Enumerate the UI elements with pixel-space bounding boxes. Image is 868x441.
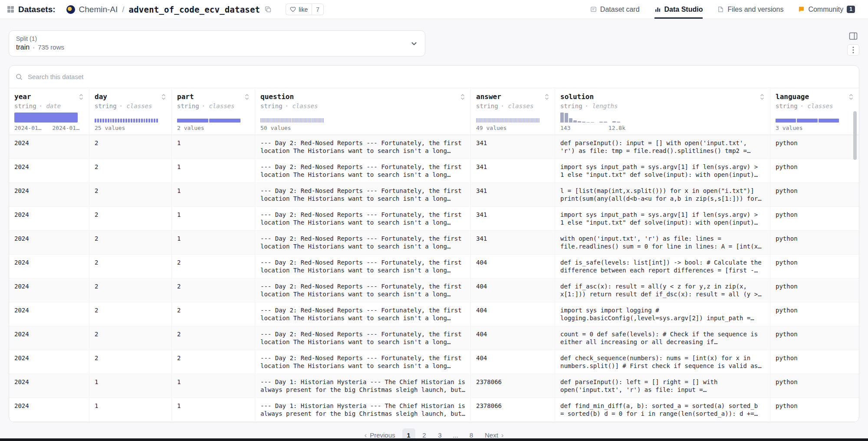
cell-day: 2	[89, 207, 172, 230]
tab-label: Files and versions	[727, 6, 783, 13]
cell-language: python	[770, 326, 859, 350]
column-header-answer[interactable]: answer string · classes 49 values	[471, 88, 555, 135]
chevron-left-icon: ‹	[364, 431, 367, 439]
column-stat: 25 values	[95, 125, 125, 131]
dataset-card-icon	[590, 6, 597, 13]
column-header-year[interactable]: year string · date 2024-01…2024-01…	[9, 88, 89, 135]
cell-part: 2	[172, 279, 255, 302]
sort-icon[interactable]	[848, 94, 854, 100]
topbar: Datasets: Chemin-AI / advent_of_code_ecv…	[0, 0, 868, 19]
column-stats: 2 values	[177, 125, 242, 131]
cell-language: python	[770, 183, 859, 206]
tab-label: Community	[808, 6, 843, 13]
table-row[interactable]: 2024 2 1 --- Day 2: Red-Nosed Reports --…	[9, 183, 859, 207]
like-count[interactable]: 7	[312, 3, 324, 15]
footer-edge	[0, 438, 868, 441]
cell-day: 2	[89, 350, 172, 374]
org-avatar[interactable]	[66, 5, 75, 14]
dataset-name[interactable]: advent_of_code_ecv_dataset	[129, 5, 260, 14]
column-stats: 14312.8k	[560, 125, 625, 131]
table-row[interactable]: 2024 2 1 --- Day 2: Red-Nosed Reports --…	[9, 231, 859, 255]
column-header-day[interactable]: day string · classes 25 values	[89, 88, 172, 135]
cell-question: --- Day 2: Red-Nosed Reports --- Fortuna…	[255, 135, 471, 159]
tab-files-and-versions[interactable]: Files and versions	[717, 0, 783, 19]
search-bar	[9, 66, 859, 88]
data-studio-panel: year string · date 2024-01…2024-01… day …	[9, 65, 859, 422]
scrollbar-thumb[interactable]	[853, 111, 857, 160]
table-row[interactable]: 2024 1 1 --- Day 1: Historian Hysteria -…	[9, 374, 859, 398]
sort-icon[interactable]	[79, 94, 84, 100]
sort-icon[interactable]	[544, 94, 549, 100]
copy-icon[interactable]	[264, 5, 272, 13]
column-stat: 12.8k	[608, 125, 625, 131]
cell-day: 2	[89, 302, 172, 326]
more-options-button[interactable]	[847, 44, 859, 56]
cell-part: 2	[172, 302, 255, 326]
cell-part: 1	[172, 207, 255, 230]
table-row[interactable]: 2024 1 1 --- Day 1: Historian Hysteria -…	[9, 398, 859, 422]
cell-language: python	[770, 159, 859, 182]
column-header-language[interactable]: language string · classes 3 values	[770, 88, 859, 135]
cell-answer: 341	[471, 231, 555, 254]
cell-question: --- Day 2: Red-Nosed Reports --- Fortuna…	[255, 279, 471, 302]
table-row[interactable]: 2024 2 2 --- Day 2: Red-Nosed Reports --…	[9, 279, 859, 302]
cell-year: 2024	[9, 326, 89, 350]
cell-part: 1	[172, 398, 255, 421]
column-header-part[interactable]: part string · classes 2 values	[172, 88, 255, 135]
table-row[interactable]: 2024 2 2 --- Day 2: Red-Nosed Reports --…	[9, 255, 859, 279]
cell-part: 1	[172, 231, 255, 254]
org-link[interactable]: Chemin-AI	[79, 5, 118, 14]
split-selector[interactable]: Split (1) train · 735 rows	[9, 30, 425, 56]
tab-data-studio[interactable]: Data Studio	[654, 0, 703, 19]
column-header-question[interactable]: question string · classes 50 values	[255, 88, 471, 135]
column-header-solution[interactable]: solution string · lengths 14312.8k	[555, 88, 770, 135]
cell-language: python	[770, 374, 859, 398]
column-name: day	[95, 93, 107, 101]
cell-year: 2024	[9, 159, 89, 182]
community-icon	[798, 6, 805, 13]
sort-icon[interactable]	[760, 94, 765, 100]
cell-day: 2	[89, 135, 172, 159]
table-header: year string · date 2024-01…2024-01… day …	[9, 88, 859, 135]
tab-community[interactable]: Community 1	[798, 0, 855, 19]
table-row[interactable]: 2024 2 1 --- Day 2: Red-Nosed Reports --…	[9, 135, 859, 159]
like-button[interactable]: like	[286, 3, 312, 15]
files-icon	[717, 6, 724, 13]
cell-solution: def find_min_diff(a, b): sorted_a = sort…	[555, 398, 770, 421]
cell-day: 2	[89, 326, 172, 350]
table-row[interactable]: 2024 2 1 --- Day 2: Red-Nosed Reports --…	[9, 207, 859, 231]
breadcrumb-separator: /	[122, 5, 124, 14]
split-name: train	[16, 43, 30, 52]
table-row[interactable]: 2024 2 2 --- Day 2: Red-Nosed Reports --…	[9, 302, 859, 326]
table-row[interactable]: 2024 2 1 --- Day 2: Red-Nosed Reports --…	[9, 159, 859, 183]
table-row[interactable]: 2024 2 2 --- Day 2: Red-Nosed Reports --…	[9, 326, 859, 350]
cell-answer: 341	[471, 159, 555, 182]
cell-question: --- Day 2: Red-Nosed Reports --- Fortuna…	[255, 159, 471, 182]
tab-dataset-card[interactable]: Dataset card	[590, 0, 640, 19]
cell-question: --- Day 2: Red-Nosed Reports --- Fortuna…	[255, 255, 471, 278]
column-stat: 3 values	[776, 125, 803, 131]
cell-question: --- Day 2: Red-Nosed Reports --- Fortuna…	[255, 207, 471, 230]
datasets-grid-icon	[7, 6, 14, 13]
sort-icon[interactable]	[460, 94, 465, 100]
like-label: like	[299, 6, 308, 13]
sort-icon[interactable]	[161, 94, 166, 100]
column-name: question	[260, 93, 294, 101]
cell-question: --- Day 2: Red-Nosed Reports --- Fortuna…	[255, 231, 471, 254]
sort-icon[interactable]	[244, 94, 250, 100]
table-row[interactable]: 2024 2 2 --- Day 2: Red-Nosed Reports --…	[9, 350, 859, 374]
data-studio-icon	[654, 6, 661, 13]
toggle-columns-button[interactable]	[847, 30, 859, 42]
next-page-button[interactable]: Next ›	[482, 431, 506, 439]
cell-year: 2024	[9, 255, 89, 278]
column-stats: 50 values	[260, 125, 326, 131]
previous-page-button[interactable]: ‹ Previous	[362, 431, 398, 439]
cell-year: 2024	[9, 183, 89, 206]
cell-answer: 404	[471, 302, 555, 326]
datasets-label[interactable]: Datasets:	[18, 5, 56, 14]
search-input[interactable]	[27, 73, 253, 81]
cell-language: python	[770, 350, 859, 374]
column-stats: 25 values	[95, 125, 160, 131]
cell-day: 2	[89, 279, 172, 302]
cell-question: --- Day 1: Historian Hysteria --- The Ch…	[255, 398, 471, 421]
